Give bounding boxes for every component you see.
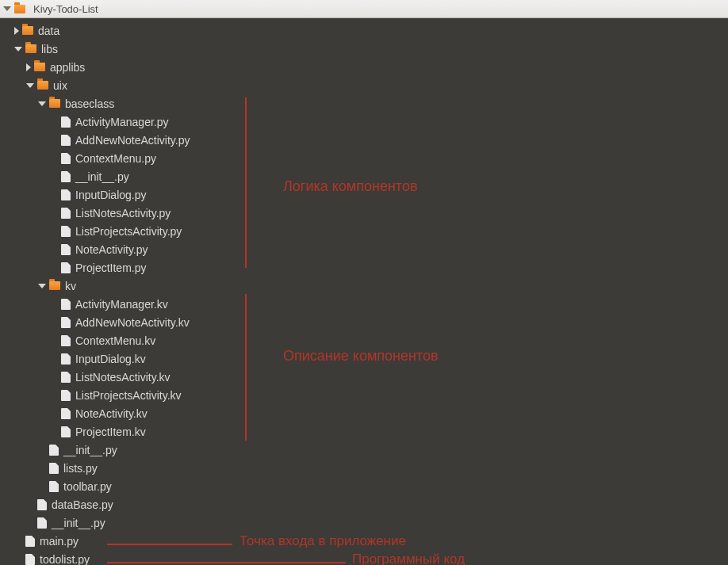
- chevron-down-icon[interactable]: [38, 284, 46, 288]
- tree-file[interactable]: NoteActivity.py: [0, 240, 728, 258]
- chevron-down-icon[interactable]: [26, 83, 34, 88]
- folder-icon: [14, 5, 25, 13]
- window-title: Kivy-Todo-List: [33, 3, 98, 15]
- tree-file[interactable]: ActivityManager.py: [0, 113, 728, 131]
- folder-icon: [34, 63, 45, 71]
- tree-item-label: __init__.py: [75, 170, 129, 183]
- file-icon: [61, 426, 71, 437]
- toggle-spacer: [26, 522, 34, 523]
- tree-item-label: main.py: [40, 535, 79, 548]
- file-icon: [49, 463, 59, 474]
- tree-item-label: ListNotesActivity.py: [75, 207, 171, 220]
- toggle-spacer: [26, 504, 34, 505]
- tree-file[interactable]: ListProjectsActivity.py: [0, 222, 728, 240]
- folder-icon: [25, 44, 36, 53]
- tree-file[interactable]: lists.py: [0, 459, 728, 477]
- tree-item-label: NoteActivity.kv: [75, 407, 148, 420]
- tree-file[interactable]: NoteActivity.kv: [0, 404, 728, 422]
- tree-item-label: AddNewNoteActivity.kv: [75, 316, 190, 329]
- chevron-right-icon[interactable]: [14, 27, 19, 35]
- chevron-right-icon[interactable]: [26, 63, 31, 71]
- file-icon: [61, 408, 71, 419]
- annotation-entry: Точка входа в приложение: [239, 533, 406, 549]
- tree-item-label: data: [38, 25, 59, 37]
- tree-folder[interactable]: uix: [0, 76, 728, 94]
- tree-item-label: baseclass: [65, 97, 114, 110]
- tree-folder[interactable]: libs: [0, 40, 728, 58]
- tree-file[interactable]: ListProjectsActivity.kv: [0, 386, 728, 404]
- tree-item-label: todolist.py: [40, 553, 90, 566]
- tree-file[interactable]: ActivityManager.kv: [0, 295, 728, 313]
- tree-file[interactable]: AddNewNoteActivity.kv: [0, 313, 728, 331]
- file-icon: [37, 499, 47, 510]
- tree-item-label: ListProjectsActivity.kv: [75, 389, 182, 402]
- toggle-spacer: [50, 431, 58, 432]
- tree-file[interactable]: toolbar.py: [0, 477, 728, 495]
- tree-item-label: ActivityManager.kv: [75, 298, 168, 311]
- toggle-spacer: [50, 267, 58, 268]
- file-icon: [61, 244, 71, 255]
- folder-icon: [49, 281, 60, 290]
- toggle-spacer: [38, 486, 46, 487]
- tree-file[interactable]: __init__.py: [0, 441, 728, 459]
- toggle-spacer: [50, 376, 58, 377]
- toggle-spacer: [50, 139, 58, 140]
- toggle-spacer: [50, 358, 58, 359]
- toggle-spacer: [50, 121, 58, 122]
- folder-icon: [49, 99, 60, 108]
- tree-file[interactable]: dataBase.py: [0, 495, 728, 513]
- file-tree: datalibsapplibsuixbaseclassActivityManag…: [0, 18, 728, 565]
- tree-folder[interactable]: applibs: [0, 58, 728, 76]
- tree-item-label: lists.py: [63, 462, 98, 475]
- file-icon: [61, 116, 71, 128]
- toggle-spacer: [50, 395, 58, 395]
- file-icon: [61, 372, 71, 383]
- tree-file[interactable]: __init__.py: [0, 513, 728, 532]
- annotation-logic: Логика компонентов: [283, 178, 417, 195]
- toggle-spacer: [50, 340, 58, 341]
- tree-item-label: __init__.py: [63, 444, 117, 456]
- annotation-line-description: [245, 294, 247, 441]
- tree-item-label: ContextMenu.kv: [75, 334, 155, 347]
- tree-item-label: toolbar.py: [63, 480, 112, 493]
- toggle-spacer: [50, 212, 58, 213]
- tree-file[interactable]: ListNotesActivity.kv: [0, 368, 728, 386]
- file-icon: [61, 335, 71, 346]
- tree-folder[interactable]: kv: [0, 277, 728, 295]
- file-icon: [61, 135, 71, 146]
- tree-item-label: applibs: [50, 61, 85, 74]
- tree-file[interactable]: ContextMenu.kv: [0, 331, 728, 349]
- toggle-spacer: [50, 194, 58, 195]
- tree-item-label: kv: [65, 280, 76, 292]
- tree-file[interactable]: AddNewNoteActivity.py: [0, 131, 728, 149]
- tree-file[interactable]: ProjectItem.kv: [0, 422, 728, 441]
- tree-folder[interactable]: data: [0, 21, 728, 40]
- file-icon: [61, 153, 71, 164]
- tree-item-label: ProjectItem.py: [75, 262, 146, 274]
- tree-file[interactable]: ListNotesActivity.py: [0, 204, 728, 222]
- tree-item-label: ActivityManager.py: [75, 116, 169, 128]
- tree-item-label: ListProjectsActivity.py: [75, 225, 182, 238]
- annotation-description: Описание компонентов: [283, 348, 439, 365]
- tree-item-label: NoteActivity.py: [75, 243, 148, 256]
- tree-item-label: ContextMenu.py: [75, 152, 156, 165]
- tree-item-label: libs: [41, 43, 58, 55]
- file-icon: [61, 299, 71, 310]
- chevron-down-icon[interactable]: [38, 101, 46, 106]
- folder-icon: [22, 26, 33, 35]
- file-icon: [61, 390, 71, 401]
- titlebar: Kivy-Todo-List: [0, 0, 728, 18]
- toggle-spacer: [14, 559, 22, 559]
- file-icon: [61, 189, 71, 200]
- chevron-down-icon[interactable]: [14, 47, 22, 52]
- tree-item-label: ProjectItem.kv: [75, 426, 146, 438]
- tree-folder[interactable]: baseclass: [0, 94, 728, 113]
- toggle-spacer: [14, 540, 22, 541]
- tree-item-label: dataBase.py: [52, 498, 113, 511]
- toggle-spacer: [50, 158, 58, 158]
- toggle-spacer: [50, 249, 58, 250]
- toggle-spacer: [38, 449, 46, 450]
- file-icon: [49, 445, 59, 456]
- tree-file[interactable]: ContextMenu.py: [0, 149, 728, 167]
- tree-file[interactable]: ProjectItem.py: [0, 258, 728, 277]
